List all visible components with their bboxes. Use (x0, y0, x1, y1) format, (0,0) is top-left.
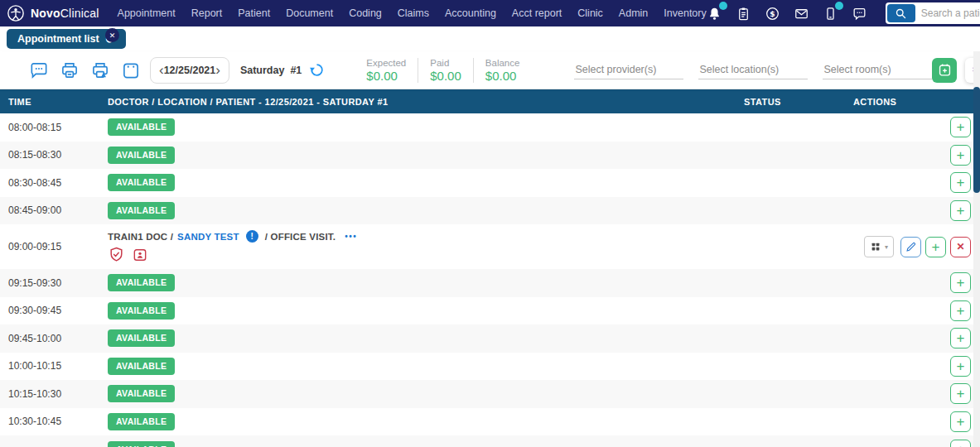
filters (574, 60, 932, 79)
next-day-button[interactable]: › (215, 63, 220, 77)
toolbar: ‹ 12/25/2021 › Saturday #1 Expected $0.0… (0, 51, 980, 89)
menu-item-admin[interactable]: Admin (619, 7, 648, 19)
appointment-summary: TRAIN1 DOC /SANDY TEST!/ OFFICE VISIT.••… (108, 230, 734, 243)
menu-item-document[interactable]: Document (286, 7, 333, 19)
available-badge: AVAILABLE (108, 385, 175, 402)
location-select-input[interactable] (698, 60, 808, 79)
slot-time: 10:30-10:45 (0, 416, 108, 427)
header-doctor-location-patient: DOCTOR / LOCATION / PATIENT - 12/25/2021… (108, 97, 734, 107)
menu-item-acct-report[interactable]: Acct report (512, 7, 562, 19)
date-value[interactable]: 12/25/2021 (164, 65, 216, 76)
available-badge: AVAILABLE (108, 358, 175, 375)
add-appointment-button[interactable]: + (950, 328, 971, 348)
chat-icon[interactable] (852, 5, 868, 22)
slot-content: AVAILABLE (108, 358, 734, 375)
more-options-icon[interactable]: ••• (345, 232, 357, 241)
appointment-table-body: 08:00-08:15AVAILABLE+08:15-08:30AVAILABL… (0, 113, 980, 447)
slot-content: TRAIN1 DOC /SANDY TEST!/ OFFICE VISIT.••… (108, 230, 734, 263)
search-icon[interactable] (887, 4, 915, 22)
room-select-input[interactable] (823, 60, 932, 79)
notification-badge (719, 2, 727, 10)
time-slot-row: 08:45-09:00AVAILABLE+ (0, 197, 980, 225)
header-time: TIME (0, 97, 108, 107)
tab-strip: Appointment list ⟳ ✕ (0, 26, 980, 51)
add-appointment-button[interactable]: + (950, 117, 971, 137)
insurance-verified-icon (108, 246, 125, 263)
navbar-right: $ ▾ + (707, 2, 980, 24)
slot-time: 09:30-09:45 (0, 305, 108, 316)
actions-cell: + (843, 435, 980, 447)
time-slot-row: 09:45-10:00AVAILABLE+ (0, 324, 980, 353)
add-appointment-button[interactable]: + (950, 383, 971, 404)
menu-item-report[interactable]: Report (191, 7, 223, 19)
brand-logo[interactable]: NovoClinical (7, 4, 99, 22)
clipboard-icon[interactable] (736, 5, 752, 22)
dollar-circle-icon[interactable]: $ (765, 5, 781, 22)
slot-content: AVAILABLE (108, 174, 734, 191)
print-patient-icon[interactable] (89, 60, 111, 81)
time-slot-row: 10:00-10:15AVAILABLE+ (0, 353, 980, 381)
slot-time: 08:30-08:45 (0, 177, 108, 189)
add-appointment-button[interactable]: + (950, 440, 971, 447)
patient-name-link[interactable]: SANDY TEST (177, 232, 239, 242)
available-badge: AVAILABLE (108, 413, 175, 430)
cancel-appointment-icon[interactable]: ✕ (950, 237, 971, 257)
mail-icon[interactable] (794, 5, 810, 22)
phone-icon[interactable] (823, 5, 839, 22)
info-icon[interactable]: ! (246, 230, 258, 243)
add-appointment-button[interactable]: + (950, 272, 971, 293)
menu-item-clinic[interactable]: Clinic (577, 7, 603, 19)
reset-date-icon[interactable] (309, 62, 325, 78)
provider-select-input[interactable] (574, 60, 683, 79)
appointment-row: 09:00-09:15TRAIN1 DOC /SANDY TEST!/ OFFI… (0, 224, 980, 269)
add-appointment-button[interactable]: + (950, 411, 971, 432)
time-slot-row: 09:15-09:30AVAILABLE+ (0, 269, 980, 297)
tab-label: Appointment list (17, 33, 99, 45)
actions-cell: + (843, 145, 980, 166)
day-group: Saturday #1 (240, 62, 325, 78)
available-badge: AVAILABLE (108, 329, 175, 347)
time-slot-row: 09:30-09:45AVAILABLE+ (0, 297, 980, 325)
calendar-icon[interactable] (120, 60, 142, 81)
time-slot-row: AVAILABLE+ (0, 435, 980, 447)
grid-icon (870, 241, 881, 252)
menu-item-claims[interactable]: Claims (398, 7, 429, 19)
toolbar-icons (28, 60, 142, 81)
bell-icon[interactable] (707, 5, 723, 22)
menu-item-accounting[interactable]: Accounting (445, 7, 496, 19)
actions-cell: + (843, 411, 980, 432)
slot-content: AVAILABLE (108, 118, 734, 136)
menu-item-patient[interactable]: Patient (238, 7, 270, 19)
available-badge: AVAILABLE (108, 441, 175, 447)
message-icon[interactable] (28, 60, 50, 81)
add-appointment-button[interactable]: + (950, 172, 971, 193)
menu-item-inventory[interactable]: Inventory (664, 7, 706, 19)
slot-time: 10:00-10:15 (0, 360, 108, 372)
menu-item-appointment[interactable]: Appointment (118, 7, 176, 19)
slot-content: AVAILABLE (108, 202, 734, 219)
slot-time: 08:00-08:15 (0, 122, 108, 133)
search-input[interactable] (917, 7, 980, 19)
edit-icon[interactable] (900, 237, 921, 257)
date-navigator: ‹ 12/25/2021 › (150, 57, 229, 84)
available-badge: AVAILABLE (108, 202, 175, 219)
available-badge: AVAILABLE (108, 118, 175, 136)
scrollbar-thumb[interactable] (973, 87, 980, 193)
add-appointment-button[interactable]: + (950, 356, 971, 377)
navbar: NovoClinical AppointmentReportPatientDoc… (0, 0, 980, 26)
actions-cell: + (843, 300, 980, 321)
total-balance: Balance $0.00 (473, 58, 532, 83)
new-appointment-button[interactable] (932, 58, 957, 83)
add-appointment-button[interactable]: + (950, 300, 971, 321)
scrollbar-track[interactable] (973, 51, 980, 447)
slot-content: AVAILABLE (108, 147, 734, 164)
add-appointment-button[interactable]: + (925, 237, 946, 257)
totals: Expected $0.00 Paid $0.00 Balance $0.00 (355, 58, 531, 83)
add-appointment-button[interactable]: + (950, 145, 971, 166)
view-options-dropdown[interactable]: ▾ (864, 236, 894, 257)
close-icon[interactable]: ✕ (105, 28, 119, 42)
menu-item-coding[interactable]: Coding (349, 7, 382, 19)
header-actions: ACTIONS (843, 97, 980, 107)
add-appointment-button[interactable]: + (950, 200, 971, 221)
print-icon[interactable] (59, 60, 80, 81)
